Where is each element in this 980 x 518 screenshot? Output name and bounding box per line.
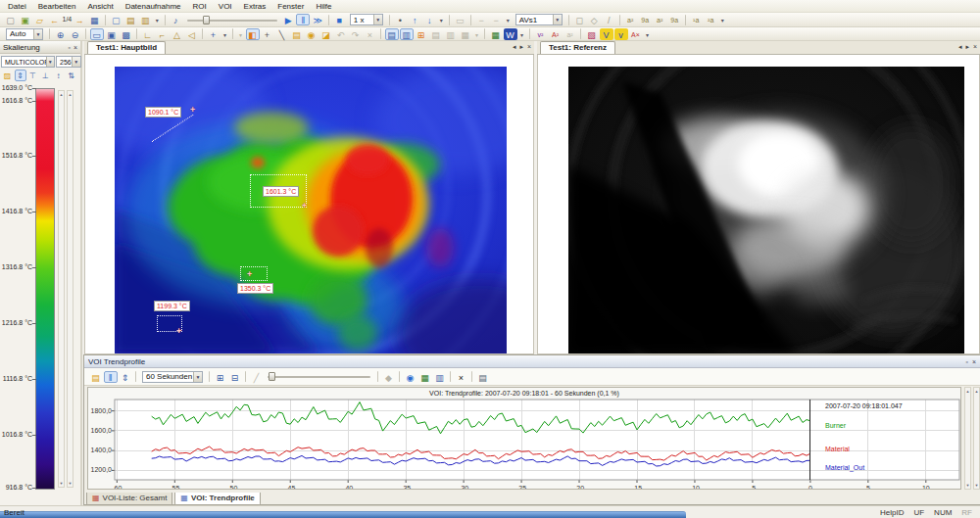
circle-tool-icon[interactable]: ◉ — [305, 28, 318, 40]
trend-scrollbar-2[interactable]: ▲ ▼ — [973, 387, 980, 490]
voi-delete-icon[interactable]: A× — [629, 28, 643, 40]
expand-range-icon[interactable]: ↕ — [53, 70, 65, 81]
menu-item[interactable]: Fenster — [271, 0, 310, 13]
tab-close-icon[interactable]: × — [973, 43, 977, 51]
thermal-image[interactable]: 1090.1 °C + 1601.3 °C + + 1350.3 °C 1199… — [115, 67, 507, 353]
zoom-in-icon[interactable]: ⊕ — [54, 28, 68, 40]
voi-v-icon[interactable]: v² — [534, 28, 548, 40]
table-view-icon[interactable]: ▥ — [433, 371, 447, 383]
arrow-down-icon[interactable]: ▼ — [974, 482, 979, 489]
audio-icon[interactable]: ♪ — [169, 14, 182, 25]
roi-temp-label[interactable]: 1350.3 °C — [237, 283, 273, 294]
roi-temp-label[interactable]: 1601.3 °C — [263, 186, 299, 197]
undo-icon[interactable]: ↶ — [334, 28, 348, 40]
scale-max-icon[interactable]: ⊤ — [27, 70, 39, 81]
shift-range-icon[interactable]: ⇅ — [66, 70, 77, 81]
zoom-out-icon[interactable]: ⊖ — [69, 28, 82, 40]
roi-region[interactable] — [240, 266, 268, 281]
tab-close-icon[interactable]: × — [527, 43, 531, 51]
scale-min-icon[interactable]: ⊥ — [40, 70, 52, 81]
copy-image-icon[interactable]: ▢ — [109, 14, 122, 25]
playback-speed-select[interactable]: 1 x ▼ — [350, 14, 383, 25]
scale-upper-scrollbar[interactable]: ▲ ▼ — [58, 90, 65, 488]
trend-marker-icon[interactable]: ◆ — [382, 371, 396, 383]
roi-temp-label[interactable]: 1090.1 °C — [145, 107, 181, 118]
trend-pause-icon[interactable]: ‖ — [104, 371, 118, 383]
arrow-up-icon[interactable]: ▲ — [59, 91, 64, 98]
assign-roi-icon[interactable]: ⊞ — [415, 28, 428, 40]
tab-hauptbild[interactable]: Test1: Hauptbild — [87, 41, 166, 54]
tab-voi-liste[interactable]: ▦ VOI-Liste: Gesamt — [86, 493, 172, 505]
more-export-icon[interactable]: ▾ — [518, 28, 526, 40]
roi-rect-icon[interactable]: ◻ — [572, 14, 586, 25]
scale-lower-scrollbar[interactable]: ▲ ▼ — [67, 90, 74, 488]
frame-position-slider[interactable] — [187, 15, 277, 25]
menu-item[interactable]: Extras — [238, 0, 272, 13]
flip-v-icon[interactable]: ◁ — [185, 28, 199, 40]
label-temp2-icon[interactable]: 9a — [667, 14, 681, 25]
trend-scale-icon[interactable]: ⇕ — [119, 371, 132, 383]
roi-temp-label[interactable]: 1199.3 °C — [154, 301, 190, 311]
more-labels-icon[interactable]: ▾ — [718, 14, 726, 25]
voi-dim-icon[interactable]: a² — [564, 28, 577, 40]
tab-referenz[interactable]: Test1: Referenz — [540, 41, 615, 54]
label-area2-icon[interactable]: 9a — [638, 14, 652, 25]
arrow-down-icon[interactable]: ▼ — [59, 480, 64, 487]
roi-list-2-icon[interactable]: ▥ — [444, 28, 458, 40]
copy-report-icon[interactable]: ▤ — [123, 14, 137, 25]
menu-item[interactable]: Hilfe — [310, 0, 337, 13]
trend-position-slider[interactable] — [268, 371, 370, 382]
avs-select[interactable]: AVs1 ▼ — [515, 14, 563, 25]
tag-1-icon[interactable]: ¹a — [689, 14, 703, 25]
rect-tool-icon[interactable]: ▤ — [290, 28, 304, 40]
scale-wizard-icon[interactable]: ▨ — [2, 70, 14, 81]
window-layout-icon[interactable]: ▭ — [453, 14, 466, 25]
roi-poly-icon[interactable]: ◇ — [587, 14, 601, 25]
fit-window-icon[interactable]: ▭ — [90, 28, 104, 40]
more-hidden-icon[interactable]: ▾ — [237, 28, 245, 40]
trend-export-icon[interactable]: ▤ — [89, 371, 103, 383]
slider-thumb[interactable] — [203, 16, 210, 24]
next-mark-icon[interactable]: − — [489, 14, 503, 25]
zoom-time-out-icon[interactable]: ⊟ — [228, 371, 242, 383]
roi-marker-icon[interactable]: + — [190, 107, 195, 113]
more-file-icon[interactable]: ▾ — [153, 14, 161, 25]
play-icon[interactable]: ▶ — [281, 14, 295, 25]
more-roi-icon[interactable]: ▾ — [473, 28, 481, 40]
redo-icon[interactable]: ↷ — [349, 28, 363, 40]
scaling-mode-select[interactable]: Auto ▼ — [6, 28, 43, 40]
tab-next-icon[interactable]: ▸ — [965, 43, 969, 51]
arrow-up-icon[interactable]: ▲ — [68, 91, 73, 98]
voi-a-icon[interactable]: A² — [549, 28, 563, 40]
tab-voi-trendprofile[interactable]: ▦ VOI: Trendprofile — [174, 493, 260, 505]
poly-tool-icon[interactable]: ◪ — [319, 28, 333, 40]
pin-icon[interactable]: ▫ — [965, 358, 967, 365]
export-image-icon[interactable]: ▥ — [138, 14, 152, 25]
record-icon[interactable]: • — [393, 14, 407, 25]
rotate-left-icon[interactable]: ∟ — [141, 28, 155, 40]
step-down-icon[interactable]: ↓ — [422, 14, 436, 25]
clear-trend-icon[interactable]: × — [455, 371, 468, 383]
arrow-down-icon[interactable]: ▼ — [68, 480, 73, 487]
color-scale-bar[interactable] — [35, 88, 55, 490]
prev-mark-icon[interactable]: − — [474, 14, 488, 25]
roi-marker-icon[interactable]: + — [302, 203, 307, 209]
frame-counter-label[interactable]: 1/4 — [63, 14, 73, 25]
menu-item[interactable]: Datenaufnahme — [120, 0, 187, 13]
rotate-right-icon[interactable]: ⌐ — [156, 28, 170, 40]
new-document-icon[interactable]: ▢ — [4, 14, 18, 25]
roi-list-3-icon[interactable]: ▦ — [459, 28, 472, 40]
levels-select[interactable]: 256 ▼ — [56, 56, 81, 68]
arrow-down-icon[interactable]: ▼ — [965, 482, 970, 489]
voi-edit-icon[interactable]: ▧ — [585, 28, 599, 40]
save-icon[interactable]: ▦ — [87, 14, 101, 25]
open-prev-icon[interactable]: ← — [48, 14, 62, 25]
autoscale-icon[interactable]: ⇕ — [15, 70, 26, 81]
draw-line-icon[interactable]: ╲ — [275, 28, 289, 40]
more-voi-icon[interactable]: ▾ — [644, 28, 652, 40]
stop-icon[interactable]: ■ — [332, 14, 346, 25]
zoom-time-in-icon[interactable]: ⊞ — [214, 371, 227, 383]
more-marks-icon[interactable]: ▾ — [504, 14, 512, 25]
step-up-icon[interactable]: ↑ — [408, 14, 421, 25]
tab-prev-icon[interactable]: ◂ — [958, 43, 962, 51]
